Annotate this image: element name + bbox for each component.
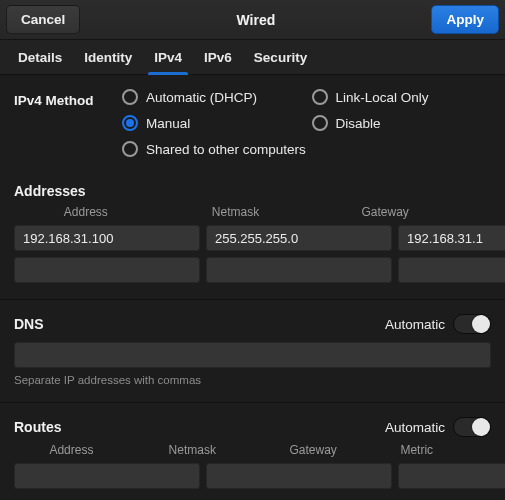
gateway-input[interactable] [398,257,505,283]
radio-icon [122,115,138,131]
ipv4-method-options: Automatic (DHCP) Link-Local Only Manual … [122,89,491,157]
col-address: Address [14,205,158,219]
col-address: Address [14,443,129,457]
gateway-input[interactable] [398,225,505,251]
radio-icon [312,115,328,131]
dns-automatic-toggle[interactable] [453,314,491,334]
radio-manual[interactable]: Manual [122,115,302,131]
ipv4-method-label: IPv4 Method [14,89,122,108]
divider [0,402,505,403]
address-row [14,257,491,283]
radio-label: Disable [336,116,381,131]
dns-automatic-label: Automatic [385,317,445,332]
col-netmask: Netmask [164,205,308,219]
dns-hint: Separate IP addresses with commas [14,374,491,386]
routes-header: Address Netmask Gateway Metric [14,443,491,457]
routes-title: Routes [14,419,61,435]
dns-title: DNS [14,316,44,332]
radio-label: Link-Local Only [336,90,429,105]
route-address-input[interactable] [14,463,200,489]
col-gateway: Gateway [256,443,371,457]
titlebar: Cancel Wired Apply [0,0,505,40]
col-netmask: Netmask [135,443,250,457]
routes-automatic-toggle[interactable] [453,417,491,437]
apply-button[interactable]: Apply [431,5,499,34]
addresses-title: Addresses [14,183,86,199]
tab-security[interactable]: Security [244,40,317,75]
netmask-input[interactable] [206,257,392,283]
radio-icon [312,89,328,105]
radio-icon [122,141,138,157]
routes-automatic-label: Automatic [385,420,445,435]
tab-ipv6[interactable]: IPv6 [194,40,242,75]
cancel-button[interactable]: Cancel [6,5,80,34]
dns-section: DNS Automatic Separate IP addresses with… [14,314,491,386]
divider [0,299,505,300]
radio-label: Automatic (DHCP) [146,90,257,105]
col-metric: Metric [377,443,457,457]
route-netmask-input[interactable] [206,463,392,489]
radio-icon [122,89,138,105]
content: IPv4 Method Automatic (DHCP) Link-Local … [0,75,505,489]
dns-input[interactable] [14,342,491,368]
window-title: Wired [80,12,431,28]
ipv4-method-row: IPv4 Method Automatic (DHCP) Link-Local … [14,89,491,157]
radio-label: Manual [146,116,190,131]
radio-shared[interactable]: Shared to other computers [122,141,491,157]
address-input[interactable] [14,257,200,283]
netmask-input[interactable] [206,225,392,251]
radio-link-local-only[interactable]: Link-Local Only [312,89,492,105]
route-gateway-input[interactable] [398,463,505,489]
tab-identity[interactable]: Identity [74,40,142,75]
radio-automatic-dhcp[interactable]: Automatic (DHCP) [122,89,302,105]
routes-section: Routes Automatic Address Netmask Gateway… [14,417,491,489]
radio-label: Shared to other computers [146,142,306,157]
radio-disable[interactable]: Disable [312,115,492,131]
col-gateway: Gateway [313,205,457,219]
tab-details[interactable]: Details [8,40,72,75]
tab-ipv4[interactable]: IPv4 [144,40,192,75]
address-input[interactable] [14,225,200,251]
tab-bar: Details Identity IPv4 IPv6 Security [0,40,505,75]
addresses-header: Address Netmask Gateway [14,205,491,219]
address-row [14,225,491,251]
addresses-section: Addresses Address Netmask Gateway [14,183,491,283]
route-row [14,463,491,489]
